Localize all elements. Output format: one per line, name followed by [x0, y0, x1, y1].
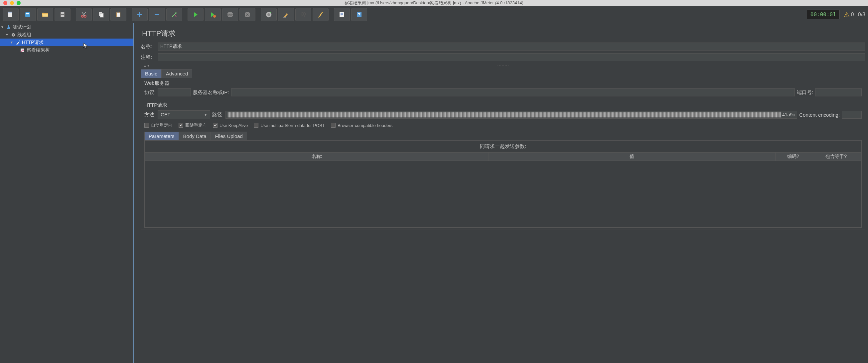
- protocol-input[interactable]: [158, 89, 191, 96]
- svg-point-29: [19, 40, 20, 41]
- tab-files-upload[interactable]: Files Upload: [211, 132, 247, 141]
- vertical-splitter[interactable]: ⋮⋮⋮: [134, 23, 138, 363]
- svg-rect-6: [61, 12, 64, 14]
- start-button[interactable]: [188, 8, 204, 21]
- tab-parameters[interactable]: Parameters: [144, 132, 179, 141]
- params-header: 同请求一起发送参数:: [145, 141, 861, 152]
- thread-ratio: 0/3: [858, 12, 865, 18]
- path-input[interactable]: 41a9c: [225, 111, 797, 119]
- svg-point-16: [175, 12, 177, 13]
- col-value[interactable]: 值: [489, 153, 775, 161]
- tab-advanced[interactable]: Advanced: [162, 69, 192, 78]
- toggle-button[interactable]: [166, 8, 182, 21]
- tree-panel[interactable]: ▼ 测试计划 ▼ 线程组 ▼ HTTP请求 察看结果树: [0, 23, 134, 363]
- params-table[interactable]: 名称: 值 编码? 包含等于?: [145, 152, 861, 161]
- start-no-pause-button[interactable]: [205, 8, 221, 21]
- col-encode[interactable]: 编码?: [775, 153, 811, 161]
- svg-text:STOP: STOP: [227, 14, 233, 16]
- paste-button[interactable]: [111, 8, 126, 21]
- path-label: 路径:: [212, 112, 223, 118]
- web-server-title: Web服务器: [144, 80, 862, 87]
- copy-button[interactable]: [93, 8, 109, 21]
- method-label: 方法:: [144, 112, 156, 118]
- comment-label: 注释:: [141, 54, 158, 61]
- cut-button[interactable]: [76, 8, 92, 21]
- encoding-label: Content encoding:: [799, 112, 840, 118]
- warning-count: 0: [851, 12, 854, 18]
- window-title: 察看结果树.jmx (/Users/zhengquan/Desktop/察看结果…: [3, 0, 865, 6]
- window-titlebar: 察看结果树.jmx (/Users/zhengquan/Desktop/察看结果…: [0, 0, 868, 6]
- port-input[interactable]: [815, 89, 862, 96]
- method-value: GET: [161, 112, 170, 117]
- collapse-button[interactable]: [149, 8, 165, 21]
- collapse-handle[interactable]: ▲▼ • • • • • • • •: [141, 64, 865, 67]
- follow-redirect-check[interactable]: 跟随重定向: [179, 122, 207, 128]
- function-helper-button[interactable]: [334, 8, 350, 21]
- svg-point-17: [213, 15, 216, 18]
- collapse-arrows-icon: ▲▼: [143, 64, 150, 67]
- timer-display: 00:00:01: [807, 10, 840, 19]
- auto-redirect-check[interactable]: 自动重定向: [144, 122, 173, 128]
- new-button[interactable]: [3, 8, 19, 21]
- tree-expand-icon[interactable]: ▼: [1, 25, 5, 29]
- search-button[interactable]: [295, 8, 311, 21]
- svg-rect-3: [26, 13, 29, 14]
- name-label: 名称:: [141, 43, 158, 50]
- comment-input[interactable]: [158, 53, 865, 61]
- tree-item-test-plan[interactable]: ▼ 测试计划: [0, 23, 133, 31]
- warning-icon: ⚠: [844, 11, 850, 19]
- path-suffix: 41a9c: [782, 112, 795, 117]
- gear-icon: [11, 32, 16, 38]
- server-input[interactable]: [231, 89, 795, 96]
- panel-title: HTTP请求: [142, 29, 865, 39]
- reset-search-button[interactable]: [313, 8, 329, 21]
- minimize-window-button[interactable]: [10, 1, 14, 5]
- dropper-icon: [15, 40, 21, 45]
- shutdown-button[interactable]: [240, 8, 255, 21]
- tree-item-thread-group[interactable]: ▼ 线程组: [0, 31, 133, 39]
- browser-compat-check[interactable]: Browser-compatible headers: [331, 123, 393, 128]
- grip-icon: ⋮⋮⋮: [135, 190, 138, 197]
- config-tabs: Basic Advanced: [141, 69, 865, 78]
- name-input[interactable]: [158, 42, 865, 51]
- svg-text:?: ?: [358, 12, 361, 17]
- maximize-window-button[interactable]: [17, 1, 21, 5]
- flask-icon: [6, 25, 11, 30]
- clear-button[interactable]: [261, 8, 277, 21]
- svg-rect-7: [61, 15, 64, 17]
- encoding-input[interactable]: [842, 111, 862, 119]
- http-request-title: HTTP请求: [144, 102, 862, 108]
- expand-button[interactable]: [132, 8, 148, 21]
- col-name[interactable]: 名称:: [145, 153, 489, 161]
- obscured-path-content: [228, 112, 781, 117]
- tree-expand-icon[interactable]: ▼: [10, 40, 14, 44]
- tree-item-http-request[interactable]: ▼ HTTP请求: [0, 39, 133, 46]
- svg-point-28: [13, 34, 14, 36]
- save-button[interactable]: [55, 8, 70, 21]
- open-button[interactable]: [37, 8, 53, 21]
- grip-icon: • • • • • • • •: [498, 65, 508, 67]
- svg-rect-11: [100, 13, 103, 17]
- svg-point-15: [172, 15, 173, 17]
- close-window-button[interactable]: [3, 1, 7, 5]
- tab-body-data[interactable]: Body Data: [179, 132, 211, 141]
- col-include-equals[interactable]: 包含等于?: [811, 153, 861, 161]
- warning-indicator[interactable]: ⚠ 0: [844, 11, 854, 19]
- clear-all-button[interactable]: [278, 8, 294, 21]
- method-select[interactable]: GET ▼: [158, 110, 210, 119]
- svg-point-20: [268, 13, 270, 16]
- multipart-check[interactable]: Use multipart/form-data for POST: [254, 123, 325, 128]
- help-button[interactable]: ?: [351, 8, 367, 21]
- keepalive-check[interactable]: Use KeepAlive: [213, 123, 248, 128]
- templates-button[interactable]: [20, 8, 36, 21]
- svg-rect-4: [26, 14, 29, 15]
- stop-button[interactable]: STOP: [222, 8, 238, 21]
- content-panel: HTTP请求 名称: 注释: ▲▼ • • • • • • • • Basic …: [138, 23, 868, 363]
- port-label: 端口号:: [797, 90, 813, 96]
- chevron-down-icon: ▼: [204, 113, 207, 117]
- tab-basic[interactable]: Basic: [141, 69, 162, 78]
- tree-expand-icon[interactable]: ▼: [5, 33, 9, 37]
- web-server-fieldset: Web服务器 协议: 服务器名称或IP: 端口号:: [141, 78, 865, 100]
- params-table-body[interactable]: [145, 161, 861, 227]
- tree-item-results-tree[interactable]: 察看结果树: [0, 46, 133, 54]
